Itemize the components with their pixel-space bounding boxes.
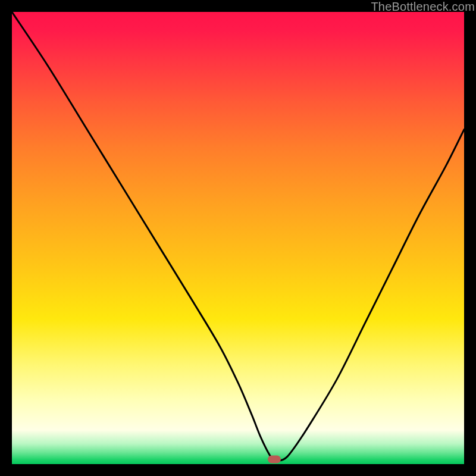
chart-frame: TheBottleneck.com bbox=[0, 0, 476, 476]
plot-area bbox=[12, 12, 464, 464]
bottleneck-curve bbox=[12, 12, 464, 461]
curve-svg bbox=[12, 12, 464, 464]
min-marker bbox=[268, 456, 281, 464]
watermark-text: TheBottleneck.com bbox=[371, 0, 475, 14]
